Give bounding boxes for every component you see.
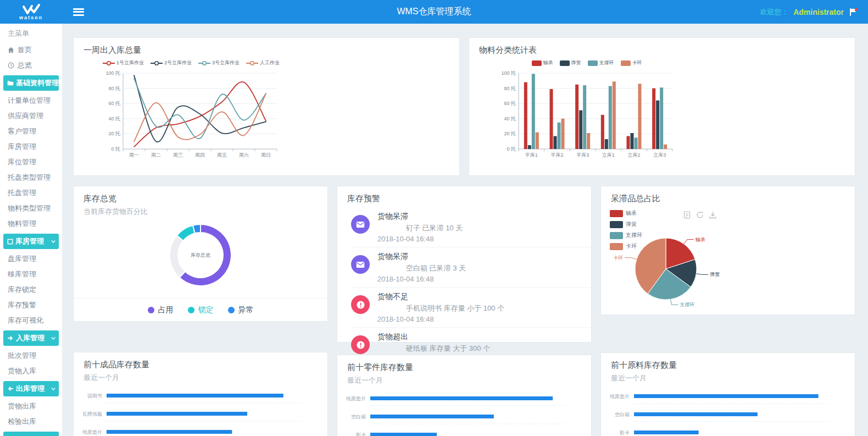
alert-timestamp: 2018-10-04 16:48 bbox=[377, 275, 466, 283]
top-header: watson WMS仓库管理系统 欢迎您： Administrator bbox=[0, 0, 868, 24]
legend-item[interactable]: 人工作业 bbox=[246, 59, 280, 67]
sidebar-item[interactable]: 托盘类型管理 bbox=[0, 170, 62, 185]
svg-text:周二: 周二 bbox=[151, 152, 161, 158]
clock-icon bbox=[8, 62, 14, 69]
sidebar-item-label: 货物入库 bbox=[8, 366, 36, 376]
svg-text:周一: 周一 bbox=[129, 152, 139, 158]
chevron-down-icon bbox=[51, 386, 56, 391]
sidebar-item-label: 库存可视化 bbox=[8, 316, 43, 325]
svg-text:100 托: 100 托 bbox=[501, 70, 516, 76]
svg-text:100 托: 100 托 bbox=[105, 70, 120, 76]
svg-text:立库2: 立库2 bbox=[627, 152, 640, 158]
card-subtitle: 最近一个月 bbox=[611, 373, 845, 383]
svg-text:支撑环: 支撑环 bbox=[680, 302, 694, 307]
sidebar-item[interactable]: 货物入库 bbox=[0, 363, 62, 379]
sidebar-group-item[interactable]: 入库管理 bbox=[3, 330, 59, 346]
folder-icon bbox=[7, 80, 14, 86]
svg-text:彩卡: 彩卡 bbox=[355, 432, 366, 436]
sidebar-item-label: 库房管理 bbox=[8, 142, 36, 152]
chevron-down-icon bbox=[51, 335, 56, 341]
top-raw-hbar-chart: 纸质垫片空白箱彩卡说明书 bbox=[601, 389, 855, 436]
legend-item[interactable]: 支撑环 bbox=[588, 59, 614, 67]
username[interactable]: Administrator bbox=[793, 8, 844, 16]
sidebar-item[interactable]: 总览 bbox=[0, 58, 62, 73]
legend-item[interactable]: 3号立库作业 bbox=[198, 59, 240, 67]
sidebar-group-item[interactable]: 库房管理 bbox=[3, 234, 59, 249]
alert-description: 空白箱 已呆滞 3 天 bbox=[377, 263, 466, 273]
notification-flag-icon[interactable] bbox=[849, 8, 858, 16]
svg-text:周五: 周五 bbox=[217, 152, 227, 158]
sidebar-group-item[interactable] bbox=[3, 432, 59, 436]
svg-text:60 托: 60 托 bbox=[504, 101, 516, 106]
alert-item: 货物呆滞空白箱 已呆滞 3 天2018-10-04 16:48 bbox=[351, 247, 591, 288]
sidebar-item[interactable]: 移库管理 bbox=[0, 267, 62, 282]
svg-text:40 托: 40 托 bbox=[504, 116, 516, 122]
legend-item[interactable]: 2号立库作业 bbox=[151, 59, 192, 67]
svg-text:库存总览: 库存总览 bbox=[191, 252, 210, 258]
svg-text:立库3: 立库3 bbox=[653, 152, 666, 158]
sidebar-item[interactable]: 托盘管理 bbox=[0, 185, 62, 201]
weekly-chart-legend: 1号立库作业2号立库作业3号立库作业人工作业 bbox=[98, 59, 285, 67]
sidebar-item-label: 库位管理 bbox=[8, 157, 36, 167]
alert-description: 手机说明书 库存量 小于 100 个 bbox=[377, 303, 504, 313]
svg-text:纸质垫片: 纸质垫片 bbox=[610, 394, 630, 399]
card-title: 呆滞品总占比 bbox=[611, 194, 845, 204]
svg-text:弹簧: 弹簧 bbox=[710, 272, 720, 277]
card-title: 一周出入库总量 bbox=[84, 45, 449, 56]
sidebar-item[interactable]: 检验出库 bbox=[0, 414, 62, 429]
svg-text:平库3: 平库3 bbox=[576, 152, 589, 158]
sidebar-item-label: 入库管理 bbox=[16, 333, 44, 343]
svg-text:平库1: 平库1 bbox=[525, 152, 538, 158]
page-title: WMS仓库管理系统 bbox=[0, 6, 868, 18]
sidebar-item[interactable]: 首页 bbox=[0, 42, 62, 58]
legend-item[interactable]: 卡环 bbox=[621, 59, 642, 67]
sidebar-item[interactable]: 货物出库 bbox=[0, 399, 62, 414]
sidebar-item[interactable]: 库房管理 bbox=[0, 139, 62, 154]
sidebar-item[interactable]: 计量单位管理 bbox=[0, 93, 62, 108]
sidebar-item-label: 托盘管理 bbox=[8, 188, 36, 198]
svg-text:平库2: 平库2 bbox=[550, 152, 563, 158]
sidebar-group-item[interactable]: 出库管理 bbox=[3, 381, 59, 396]
legend-item[interactable]: 1号立库作业 bbox=[103, 59, 144, 67]
sidebar-item[interactable]: 供应商管理 bbox=[0, 108, 62, 124]
material-chart-legend: 轴承弹簧支撑环卡环 bbox=[493, 59, 680, 67]
sidebar-item-label: 基础资料管理 bbox=[16, 78, 59, 88]
card-title: 前十成品库存数量 bbox=[84, 360, 318, 370]
legend-item[interactable]: 轴承 bbox=[532, 59, 553, 67]
arrow-right-icon bbox=[7, 335, 14, 341]
sidebar-item[interactable]: 物料管理 bbox=[0, 216, 62, 231]
sidebar-item-label: 总览 bbox=[18, 60, 32, 70]
card-title: 前十原料库存数量 bbox=[611, 360, 845, 371]
top-finished-hbar-chart: 说明书瓦楞纸板纸质垫片空白箱 bbox=[74, 388, 327, 436]
svg-text:周四: 周四 bbox=[195, 152, 205, 158]
chevron-down-icon bbox=[51, 239, 56, 244]
sidebar-item[interactable]: 盘库管理 bbox=[0, 251, 62, 267]
sidebar: 主菜单 首页总览基础资料管理计量单位管理供应商管理客户管理库房管理库位管理托盘类… bbox=[0, 24, 62, 436]
alert-timestamp: 2018-10-04 16:48 bbox=[377, 315, 504, 323]
donut-legend-item[interactable]: 占用 bbox=[148, 305, 174, 315]
stagnant-pie-chart: 轴承弹簧支撑环卡环 bbox=[601, 206, 788, 313]
dashboard-content: 一周出入库总量 1号立库作业2号立库作业3号立库作业人工作业 0 托20 托40… bbox=[62, 24, 868, 436]
sidebar-item[interactable]: 库存预警 bbox=[0, 297, 62, 313]
sidebar-item[interactable]: 物料类型管理 bbox=[0, 201, 62, 216]
legend-item[interactable]: 弹簧 bbox=[560, 59, 581, 67]
inventory-overview-card: 库存总览 当前库存货物百分比 库存总览 占用锁定异常 bbox=[73, 186, 328, 322]
alert-icon bbox=[351, 295, 370, 314]
sidebar-group-item[interactable]: 基础资料管理 bbox=[3, 75, 59, 91]
sidebar-item-label: 库存预警 bbox=[8, 300, 36, 310]
sidebar-section-label: 主菜单 bbox=[0, 24, 62, 42]
card-title: 物料分类统计表 bbox=[479, 45, 845, 56]
donut-legend-item[interactable]: 异常 bbox=[228, 305, 254, 315]
box-icon bbox=[7, 239, 13, 245]
svg-text:20 托: 20 托 bbox=[504, 131, 516, 136]
sidebar-item[interactable]: 库位管理 bbox=[0, 154, 62, 170]
svg-text:周六: 周六 bbox=[239, 152, 249, 158]
sidebar-item[interactable]: 客户管理 bbox=[0, 124, 62, 139]
donut-legend-item[interactable]: 锁定 bbox=[188, 305, 214, 315]
mail-icon bbox=[351, 255, 370, 274]
sidebar-item[interactable]: 库存锁定 bbox=[0, 282, 62, 297]
svg-text:轴承: 轴承 bbox=[695, 237, 705, 242]
sidebar-item[interactable]: 批次管理 bbox=[0, 348, 62, 363]
sidebar-item[interactable]: 库存可视化 bbox=[0, 313, 62, 328]
weekly-line-chart: 0 托20 托40 托60 托80 托100 托周一周二周三周四周五周六周日 bbox=[98, 68, 285, 167]
